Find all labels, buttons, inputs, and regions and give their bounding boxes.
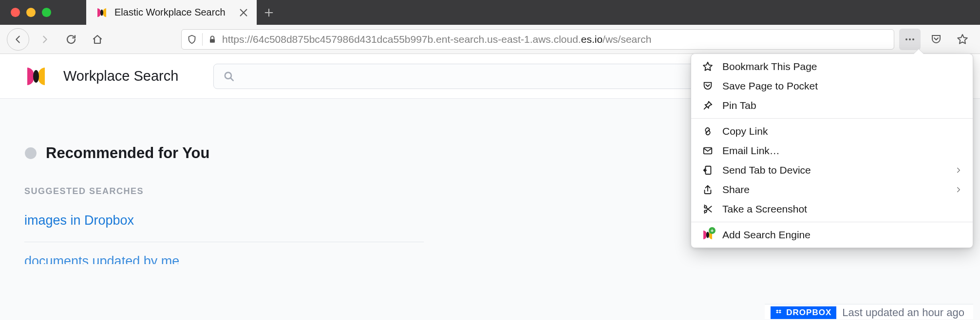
reload-button[interactable] bbox=[60, 29, 82, 50]
url-prefix: https://64c508d875bc457986d431dca55b997b… bbox=[222, 34, 581, 45]
chevron-right-icon bbox=[954, 166, 963, 175]
forward-button[interactable] bbox=[34, 29, 56, 50]
back-button[interactable] bbox=[7, 28, 29, 51]
url-host: es.io bbox=[581, 34, 603, 45]
dropbox-status-text: Last updated an hour ago bbox=[842, 306, 964, 319]
browser-tab[interactable]: Elastic Workplace Search bbox=[86, 0, 257, 25]
menu-separator bbox=[691, 222, 973, 222]
page-action-copy-link[interactable]: Copy Link bbox=[691, 122, 973, 141]
pocket-icon bbox=[702, 80, 714, 92]
url-bar[interactable]: https://64c508d875bc457986d431dca55b997b… bbox=[181, 29, 894, 50]
home-button[interactable] bbox=[87, 29, 108, 50]
suggested-search-item[interactable]: documents updated by me bbox=[24, 254, 956, 264]
recommended-star-icon bbox=[24, 147, 37, 160]
send-device-icon bbox=[702, 164, 714, 176]
source-status-pill: DROPBOX Last updated an hour ago bbox=[765, 304, 973, 319]
share-icon bbox=[702, 184, 714, 196]
page-action-add-search-engine[interactable]: +Add Search Engine bbox=[691, 225, 973, 245]
tab-title: Elastic Workplace Search bbox=[114, 7, 231, 18]
chevron-right-icon bbox=[954, 185, 963, 194]
mail-icon bbox=[702, 145, 714, 157]
menu-item-label: Pin Tab bbox=[722, 100, 756, 111]
page-action-send-tab-to-device[interactable]: Send Tab to Device bbox=[691, 160, 973, 180]
urlbar-separator bbox=[202, 33, 203, 46]
menu-item-label: Send Tab to Device bbox=[722, 164, 811, 176]
menu-item-label: Bookmark This Page bbox=[722, 61, 817, 72]
page-action-email-link[interactable]: Email Link… bbox=[691, 141, 973, 160]
dropbox-badge-label: DROPBOX bbox=[786, 308, 831, 318]
window-minimize-button[interactable] bbox=[26, 8, 36, 17]
page-action-take-a-screenshot[interactable]: Take a Screenshot bbox=[691, 199, 973, 219]
menu-item-label: Add Search Engine bbox=[722, 229, 810, 241]
window-close-button[interactable] bbox=[11, 8, 20, 17]
url-suffix: /ws/search bbox=[603, 34, 651, 45]
menu-item-label: Save Page to Pocket bbox=[722, 80, 818, 92]
star-icon bbox=[702, 61, 714, 72]
url-text: https://64c508d875bc457986d431dca55b997b… bbox=[222, 34, 651, 45]
ws-favicon-icon bbox=[96, 7, 108, 18]
ws-logo-icon bbox=[24, 65, 48, 88]
page-action-share[interactable]: Share bbox=[691, 180, 973, 199]
menu-separator bbox=[691, 118, 973, 119]
window-controls bbox=[0, 8, 61, 17]
link-icon bbox=[702, 125, 714, 137]
suggestion-divider bbox=[24, 242, 424, 242]
recommended-heading: Recommended for You bbox=[46, 144, 209, 162]
pin-icon bbox=[702, 100, 714, 111]
page-action-pin-tab[interactable]: Pin Tab bbox=[691, 96, 973, 115]
search-icon bbox=[223, 70, 235, 83]
pocket-button[interactable] bbox=[925, 29, 947, 50]
menu-item-label: Email Link… bbox=[722, 145, 780, 157]
menu-item-label: Copy Link bbox=[722, 125, 768, 137]
screenshot-icon bbox=[702, 203, 714, 215]
ws-favicon: + bbox=[702, 229, 714, 241]
browser-toolbar: https://64c508d875bc457986d431dca55b997b… bbox=[0, 25, 980, 54]
dropbox-badge: DROPBOX bbox=[771, 306, 836, 319]
page-action-bookmark-this-page[interactable]: Bookmark This Page bbox=[691, 57, 973, 76]
new-tab-button[interactable] bbox=[257, 0, 281, 25]
ws-brand-title: Workplace Search bbox=[63, 68, 178, 84]
page-action-save-page-to-pocket[interactable]: Save Page to Pocket bbox=[691, 76, 973, 96]
page-actions-menu: Bookmark This PageSave Page to PocketPin… bbox=[691, 53, 973, 248]
tab-close-button[interactable] bbox=[238, 7, 249, 18]
menu-item-label: Take a Screenshot bbox=[722, 203, 807, 215]
lock-icon[interactable] bbox=[207, 35, 217, 44]
window-zoom-button[interactable] bbox=[42, 8, 51, 17]
page-actions-button[interactable] bbox=[899, 29, 921, 50]
tracking-shield-icon[interactable] bbox=[187, 34, 197, 45]
tab-strip: Elastic Workplace Search bbox=[0, 0, 980, 25]
menu-item-label: Share bbox=[722, 184, 750, 196]
bookmark-star-button[interactable] bbox=[952, 29, 973, 50]
